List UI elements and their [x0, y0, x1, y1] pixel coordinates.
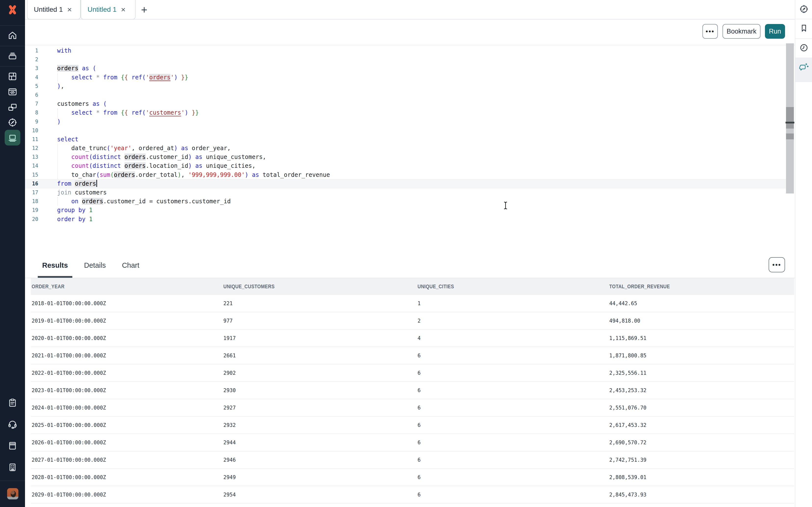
table-row[interactable]: 2018-01-01T00:00:00.000Z221144,442.65 — [31, 295, 794, 312]
table-cell[interactable]: 6 — [417, 388, 609, 393]
table-cell[interactable]: 2023-01-01T00:00:00.000Z — [32, 388, 223, 393]
table-cell[interactable]: 2027-01-01T00:00:00.000Z — [32, 457, 223, 463]
table-cell[interactable]: 2024-01-01T00:00:00.000Z — [32, 405, 223, 411]
table-cell[interactable]: 2930 — [223, 388, 417, 393]
sql-editor[interactable]: 1234567891011121314151617181920 withorde… — [25, 45, 795, 255]
table-cell[interactable]: 2,742,751.39 — [609, 457, 794, 463]
table-row[interactable]: 2029-01-01T00:00:00.000Z295462,845,473.9… — [31, 486, 794, 504]
code-line-2[interactable] — [57, 55, 785, 64]
docs-book-icon[interactable] — [5, 438, 20, 454]
table-row[interactable]: 2026-01-01T00:00:00.000Z294462,690,570.7… — [31, 434, 794, 451]
scrollbar-thumb[interactable] — [786, 107, 794, 128]
table-cell[interactable]: 2025-01-01T00:00:00.000Z — [32, 422, 223, 428]
code-line-20[interactable]: order by 1 — [57, 215, 785, 224]
table-cell[interactable]: 44,442.65 — [609, 300, 794, 306]
code-browser-icon[interactable] — [5, 84, 20, 100]
code-line-14[interactable]: count(distinct orders.location_id) as un… — [57, 161, 785, 170]
grid-icon[interactable] — [5, 69, 20, 84]
table-cell[interactable]: 2,617,453.32 — [609, 422, 794, 428]
table-row[interactable]: 2030-01-01T00:00:00.000Z287961,841,049.3… — [31, 504, 794, 507]
table-row[interactable]: 2025-01-01T00:00:00.000Z293262,617,453.3… — [31, 416, 794, 434]
bookmark-icon[interactable] — [799, 23, 809, 33]
code-line-7[interactable]: customers as ( — [57, 100, 785, 108]
code-line-16[interactable]: from orders — [57, 179, 785, 188]
code-line-3[interactable]: orders as ( — [57, 64, 785, 73]
column-header[interactable]: ORDER_YEAR — [32, 283, 195, 290]
table-cell[interactable]: 1917 — [223, 335, 417, 341]
table-cell[interactable]: 2021-01-01T00:00:00.000Z — [32, 353, 223, 358]
organization-building-icon[interactable] — [5, 459, 20, 475]
close-icon[interactable]: × — [67, 6, 72, 13]
table-row[interactable]: 2027-01-01T00:00:00.000Z294662,742,751.3… — [31, 451, 794, 469]
new-tab-button[interactable]: + — [138, 4, 150, 16]
column-header[interactable]: TOTAL_ORDER_REVENUE — [609, 283, 766, 290]
table-row[interactable]: 2023-01-01T00:00:00.000Z293062,453,253.3… — [31, 382, 794, 399]
code-line-5[interactable]: ), — [57, 82, 785, 91]
table-cell[interactable]: 2,808,539.01 — [609, 474, 794, 480]
table-cell[interactable]: 2029-01-01T00:00:00.000Z — [32, 492, 223, 498]
table-cell[interactable]: 2018-01-01T00:00:00.000Z — [32, 300, 223, 306]
table-cell[interactable]: 6 — [417, 422, 609, 428]
hex-logo-icon[interactable] — [0, 0, 25, 19]
doc-tab-1[interactable]: Untitled 1 × — [27, 0, 81, 19]
table-cell[interactable]: 977 — [223, 318, 417, 324]
table-cell[interactable]: 2,690,570.72 — [609, 440, 794, 446]
table-cell[interactable]: 1 — [417, 300, 609, 306]
table-cell[interactable]: 2902 — [223, 370, 417, 376]
table-cell[interactable]: 1,871,800.85 — [609, 353, 794, 358]
tab-chart[interactable]: Chart — [117, 255, 144, 278]
compass-icon[interactable] — [5, 115, 20, 130]
table-cell[interactable]: 2028-01-01T00:00:00.000Z — [32, 474, 223, 480]
table-cell[interactable]: 2022-01-01T00:00:00.000Z — [32, 370, 223, 376]
code-line-1[interactable]: with — [57, 46, 785, 55]
windows-icon[interactable] — [5, 100, 20, 115]
table-cell[interactable]: 2949 — [223, 474, 417, 480]
table-cell[interactable]: 6 — [417, 457, 609, 463]
table-cell[interactable]: 6 — [417, 353, 609, 358]
code-lines[interactable]: withorders as ( select * from {{ ref('or… — [57, 46, 785, 224]
table-cell[interactable]: 6 — [417, 370, 609, 376]
code-line-9[interactable]: ) — [57, 117, 785, 126]
ai-assistant-icon[interactable] — [799, 62, 809, 72]
close-icon[interactable]: × — [121, 6, 125, 13]
table-cell[interactable]: 2,845,473.93 — [609, 492, 794, 498]
history-clock-icon[interactable] — [799, 43, 809, 53]
doc-tab-2[interactable]: Untitled 1 × — [81, 0, 136, 19]
table-cell[interactable]: 2661 — [223, 353, 417, 358]
table-row[interactable]: 2028-01-01T00:00:00.000Z294962,808,539.0… — [31, 469, 794, 486]
column-header[interactable]: UNIQUE_CITIES — [417, 283, 580, 290]
table-row[interactable]: 2024-01-01T00:00:00.000Z292762,551,076.7… — [31, 399, 794, 416]
table-cell[interactable]: 6 — [417, 440, 609, 446]
table-cell[interactable]: 221 — [223, 300, 417, 306]
table-cell[interactable]: 2932 — [223, 422, 417, 428]
table-cell[interactable]: 4 — [417, 335, 609, 341]
column-header[interactable]: UNIQUE_CUSTOMERS — [223, 283, 388, 290]
table-cell[interactable]: 494,818.00 — [609, 318, 794, 324]
code-line-6[interactable] — [57, 91, 785, 100]
tab-results[interactable]: Results — [38, 255, 72, 278]
results-more-button[interactable]: ••• — [769, 257, 785, 272]
table-cell[interactable]: 2,325,556.11 — [609, 370, 794, 376]
table-cell[interactable]: 6 — [417, 492, 609, 498]
table-row[interactable]: 2021-01-01T00:00:00.000Z266161,871,800.8… — [31, 347, 794, 364]
code-line-15[interactable]: to_char(sum(orders.order_total), '999,99… — [57, 170, 785, 179]
code-line-8[interactable]: select * from {{ ref('customers') }} — [57, 108, 785, 117]
code-line-18[interactable]: on orders.customer_id = customers.custom… — [57, 197, 785, 206]
table-cell[interactable]: 2954 — [223, 492, 417, 498]
user-avatar[interactable] — [7, 488, 18, 499]
clipboard-icon[interactable] — [5, 395, 20, 411]
code-line-12[interactable]: date_trunc('year', ordered_at) as order_… — [57, 144, 785, 153]
code-line-10[interactable] — [57, 126, 785, 135]
table-cell[interactable]: 6 — [417, 405, 609, 411]
table-cell[interactable]: 2,551,076.70 — [609, 405, 794, 411]
table-cell[interactable]: 2944 — [223, 440, 417, 446]
table-cell[interactable]: 2927 — [223, 405, 417, 411]
table-cell[interactable]: 2 — [417, 318, 609, 324]
workspace-laptop-icon[interactable] — [5, 130, 20, 146]
bookmark-button[interactable]: Bookmark — [722, 24, 761, 39]
table-cell[interactable]: 1,115,869.51 — [609, 335, 794, 341]
table-cell[interactable]: 2946 — [223, 457, 417, 463]
archive-icon[interactable] — [5, 48, 20, 64]
table-cell[interactable]: 2,453,253.32 — [609, 388, 794, 393]
code-line-4[interactable]: select * from {{ ref('orders') }} — [57, 73, 785, 82]
